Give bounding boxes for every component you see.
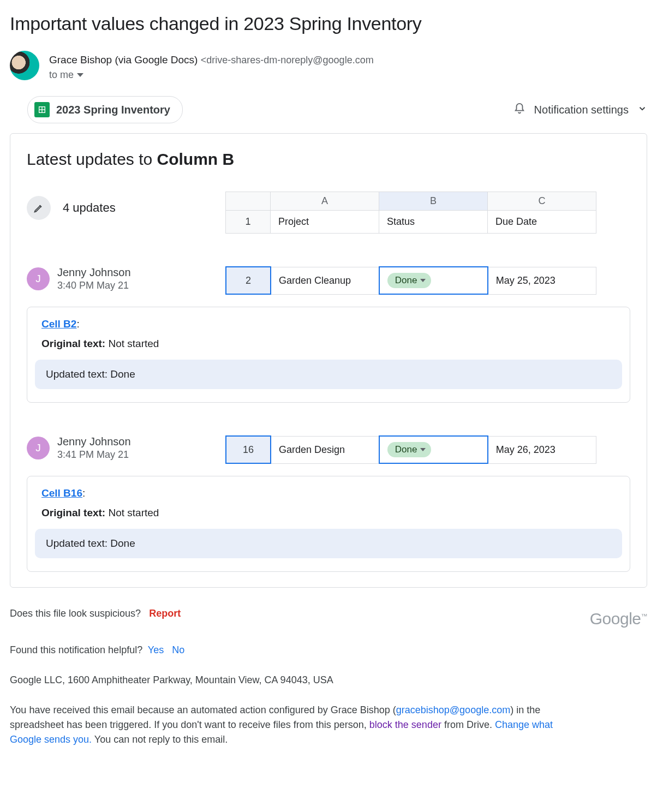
cell-link[interactable]: Cell B16 [41, 487, 82, 499]
change-detail: Cell B16: Original text: Not started Upd… [27, 476, 630, 572]
row-number: 1 [226, 211, 271, 234]
cell: Due Date [488, 211, 596, 234]
card-title-prefix: Latest updates to [27, 150, 157, 168]
updated-value: Done [107, 368, 135, 380]
sender-email-link[interactable]: gracebishop@google.com [396, 704, 510, 715]
editor-avatar: J [27, 437, 50, 459]
company-address: Google LLC, 1600 Amphitheater Parkway, M… [10, 673, 647, 688]
status-cell: Done [379, 436, 488, 463]
original-value: Not started [105, 507, 159, 518]
explanation-text: You have received this email because an … [10, 703, 556, 747]
to-line[interactable]: to me [49, 69, 374, 81]
col-header: A [271, 192, 379, 211]
updated-value: Done [107, 538, 135, 549]
update-item: J Jenny Johnson 3:41 PM May 21 16 Garden… [27, 435, 630, 572]
suspicious-question: Does this file look suspicious? [10, 608, 141, 619]
status-pill-label: Done [395, 444, 417, 455]
cell: Status [379, 211, 488, 234]
editor-avatar: J [27, 267, 50, 290]
editor-name: Jenny Johnson [57, 266, 218, 279]
card-title: Latest updates to Column B [27, 150, 630, 169]
cell-link[interactable]: Cell B2 [41, 318, 76, 330]
header-preview-table: A B C 1 Project Status Due Date [225, 192, 596, 234]
card-title-column: Column B [157, 150, 235, 168]
editor-name: Jenny Johnson [57, 435, 218, 448]
row-preview-table: 16 Garden Design Done May 26, 2023 [225, 435, 596, 464]
helpful-question: Found this notification helpful? [10, 644, 142, 655]
email-footer: Does this file look suspicious? Report G… [10, 606, 647, 747]
change-detail: Cell B2: Original text: Not started Upda… [27, 307, 630, 403]
status-cell: Done [379, 267, 488, 294]
row-preview-table: 2 Garden Cleanup Done May 25, 2023 [225, 266, 596, 295]
updates-card: Latest updates to Column B 4 updates A B… [10, 133, 647, 588]
email-subject: Important values changed in 2023 Spring … [10, 13, 647, 34]
email-header: Grace Bishop (via Google Docs) <drive-sh… [10, 51, 647, 81]
row-number: 16 [226, 436, 271, 463]
from-name: Grace Bishop (via Google Docs) [49, 54, 198, 65]
bell-icon [513, 103, 525, 117]
chevron-down-icon [77, 73, 83, 77]
notification-settings-button[interactable]: Notification settings [513, 103, 647, 117]
sheets-icon [34, 102, 50, 117]
status-pill-label: Done [395, 275, 417, 286]
cell: May 25, 2023 [488, 267, 596, 294]
file-chip[interactable]: 2023 Spring Inventory [27, 96, 183, 123]
helpful-yes-link[interactable]: Yes [148, 644, 164, 655]
pencil-icon [27, 196, 51, 220]
updated-label: Updated text: [46, 368, 107, 380]
cell: Garden Design [271, 436, 379, 463]
cell: Project [271, 211, 379, 234]
updated-label: Updated text: [46, 538, 107, 549]
status-pill: Done [387, 442, 432, 457]
report-link[interactable]: Report [149, 608, 181, 619]
notification-settings-label: Notification settings [534, 104, 629, 116]
helpful-no-link[interactable]: No [172, 644, 184, 655]
status-pill: Done [387, 273, 432, 288]
chevron-down-icon [637, 104, 647, 116]
sender-avatar [10, 51, 39, 80]
original-label: Original text: [41, 507, 105, 518]
dropdown-triangle-icon [420, 279, 426, 282]
col-header: C [488, 192, 596, 211]
col-header: B [379, 192, 488, 211]
edit-time: 3:41 PM May 21 [57, 449, 218, 461]
dropdown-triangle-icon [420, 448, 426, 451]
google-logo: Google™ [590, 606, 647, 631]
updates-count: 4 updates [63, 201, 116, 215]
file-chip-label: 2023 Spring Inventory [56, 104, 170, 116]
original-value: Not started [105, 338, 159, 349]
cell: Garden Cleanup [271, 267, 379, 294]
to-label: to me [49, 69, 74, 81]
cell: May 26, 2023 [488, 436, 596, 463]
update-item: J Jenny Johnson 3:40 PM May 21 2 Garden … [27, 266, 630, 403]
block-sender-link[interactable]: block the sender [369, 719, 441, 730]
original-label: Original text: [41, 338, 105, 349]
from-email: <drive-shares-dm-noreply@google.com [201, 55, 374, 65]
row-number: 2 [226, 267, 271, 294]
edit-time: 3:40 PM May 21 [57, 280, 218, 291]
